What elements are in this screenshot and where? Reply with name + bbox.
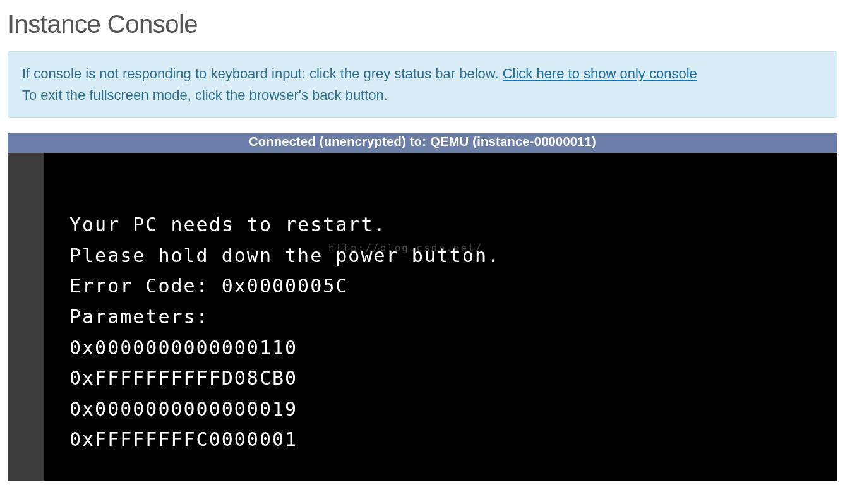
watermark-text: http://blog.csdn.net/ — [328, 240, 482, 256]
console-line: Error Code: 0x0000005C — [69, 271, 812, 302]
console-status-bar[interactable]: Connected (unencrypted) to: QEMU (instan… — [8, 133, 837, 153]
console-line: 0x0000000000000019 — [69, 394, 812, 425]
console-screen[interactable]: http://blog.csdn.net/ Your PC needs to r… — [44, 153, 837, 481]
alert-text-pre: If console is not responding to keyboard… — [22, 66, 503, 81]
info-alert: If console is not responding to keyboard… — [8, 51, 837, 118]
console-line: Your PC needs to restart. — [69, 210, 812, 241]
console-line: 0xFFFFFFFFC0000001 — [69, 424, 812, 455]
show-only-console-link[interactable]: Click here to show only console — [503, 66, 697, 81]
console-line: 0xFFFFFFFFFFD08CB0 — [69, 363, 812, 394]
console-line: Parameters: — [69, 302, 812, 333]
console-frame: http://blog.csdn.net/ Your PC needs to r… — [8, 153, 837, 481]
console-line: 0x0000000000000110 — [69, 333, 812, 364]
console-container: Connected (unencrypted) to: QEMU (instan… — [8, 133, 837, 481]
page-title: Instance Console — [0, 0, 845, 51]
alert-text-line2: To exit the fullscreen mode, click the b… — [22, 87, 388, 103]
